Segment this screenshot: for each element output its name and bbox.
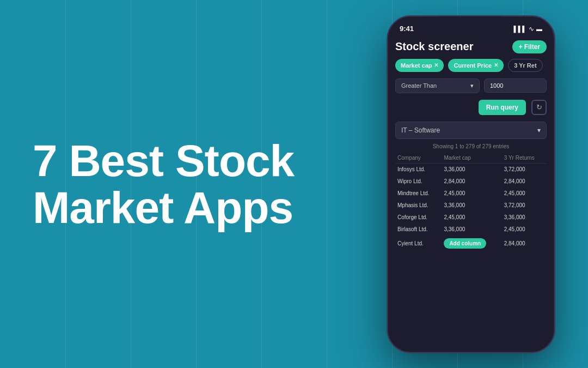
chip-label: 3 Yr Ret: [514, 62, 536, 69]
refresh-button[interactable]: ↻: [531, 100, 547, 115]
company-name: Mindtree Ltd.: [395, 187, 442, 199]
col-company: Company: [395, 153, 442, 164]
company-name: Coforge Ltd.: [395, 211, 442, 223]
returns-val: 2,84,000: [502, 175, 547, 187]
status-icons: ▌▌▌ ∿ ▬: [514, 25, 542, 33]
bg-line: [327, 0, 327, 368]
filter-label: Filter: [524, 43, 540, 51]
returns-val: 2,45,000: [502, 223, 547, 235]
market-cap-val: 2,45,000: [442, 187, 501, 199]
market-cap-val: 3,36,000: [442, 199, 501, 211]
wifi-icon: ∿: [529, 25, 534, 33]
select-value: Greater Than: [401, 82, 437, 89]
chevron-down-icon: ▾: [470, 82, 474, 89]
table-info: Showing 1 to 279 of 279 entries: [395, 143, 547, 149]
table-row: Coforge Ltd. 2,45,000 3,36,000: [395, 211, 547, 223]
market-cap-val: 3,36,000: [442, 163, 501, 175]
market-cap-val: 3,36,000: [442, 223, 501, 235]
phone-mockup: 9:41 ▌▌▌ ∿ ▬ Stock screener + Filter Mar…: [387, 15, 555, 353]
phone-frame: 9:41 ▌▌▌ ∿ ▬ Stock screener + Filter Mar…: [387, 15, 555, 353]
company-name: Cyient Ltd.: [395, 235, 442, 251]
table-row: Birlasoft Ltd. 3,36,000 2,45,000: [395, 223, 547, 235]
market-cap-val: 2,45,000: [442, 211, 501, 223]
table-row: Mphasis Ltd. 3,36,000 3,72,000: [395, 199, 547, 211]
stock-table: Company Market cap 3 Yr Returns Infosys …: [395, 153, 547, 251]
table-row: Mindtree Ltd. 2,45,000 2,45,000: [395, 187, 547, 199]
filter-chips: Market cap ✕ Current Price ✕ 3 Yr Ret: [395, 59, 547, 72]
returns-val: 2,84,000: [502, 235, 547, 251]
add-column-button[interactable]: Add column: [444, 238, 486, 249]
value-input[interactable]: 1000: [484, 79, 547, 93]
phone-screen: Stock screener + Filter Market cap ✕ Cur…: [388, 36, 554, 352]
col-market-cap: Market cap: [442, 153, 501, 164]
chip-close[interactable]: ✕: [494, 62, 498, 68]
run-query-button[interactable]: Run query: [479, 100, 526, 115]
signal-icon: ▌▌▌: [514, 26, 526, 32]
app-title: Stock screener: [395, 40, 473, 53]
chip-label: Current Price: [454, 62, 492, 69]
chevron-down-icon: ▾: [537, 126, 541, 134]
table-row: Cyient Ltd. Add column 2,84,000: [395, 235, 547, 251]
col-returns: 3 Yr Returns: [502, 153, 547, 164]
table-row: Infosys Ltd. 3,36,000 3,72,000: [395, 163, 547, 175]
table-row: Wipro Ltd. 2,84,000 2,84,000: [395, 175, 547, 187]
yr-return-chip[interactable]: 3 Yr Ret: [508, 59, 542, 72]
phone-notch: [438, 16, 504, 31]
chip-close[interactable]: ✕: [434, 62, 438, 68]
returns-val: 3,36,000: [502, 211, 547, 223]
returns-val: 2,45,000: [502, 187, 547, 199]
query-row: Greater Than ▾ 1000: [395, 79, 547, 93]
company-name: Wipro Ltd.: [395, 175, 442, 187]
market-cap-val: Add column: [442, 235, 501, 251]
company-name: Birlasoft Ltd.: [395, 223, 442, 235]
battery-icon: ▬: [536, 26, 542, 32]
market-cap-val: 2,84,000: [442, 175, 501, 187]
company-name: Mphasis Ltd.: [395, 199, 442, 211]
main-title: 7 Best Stock Market Apps: [33, 137, 305, 231]
comparison-select[interactable]: Greater Than ▾: [395, 79, 480, 93]
run-query-row: Run query ↻: [395, 100, 547, 115]
market-cap-chip[interactable]: Market cap ✕: [395, 59, 444, 72]
sector-dropdown[interactable]: IT – Software ▾: [395, 122, 547, 139]
filter-button[interactable]: + Filter: [512, 40, 547, 53]
sector-label: IT – Software: [401, 126, 440, 134]
company-name: Infosys Ltd.: [395, 163, 442, 175]
app-header: Stock screener + Filter: [395, 36, 547, 59]
returns-val: 3,72,000: [502, 199, 547, 211]
status-time: 9:41: [400, 25, 414, 33]
current-price-chip[interactable]: Current Price ✕: [448, 59, 504, 72]
hero-text: 7 Best Stock Market Apps: [33, 137, 305, 231]
chip-label: Market cap: [401, 62, 432, 69]
returns-val: 3,72,000: [502, 163, 547, 175]
plus-icon: +: [519, 43, 523, 51]
